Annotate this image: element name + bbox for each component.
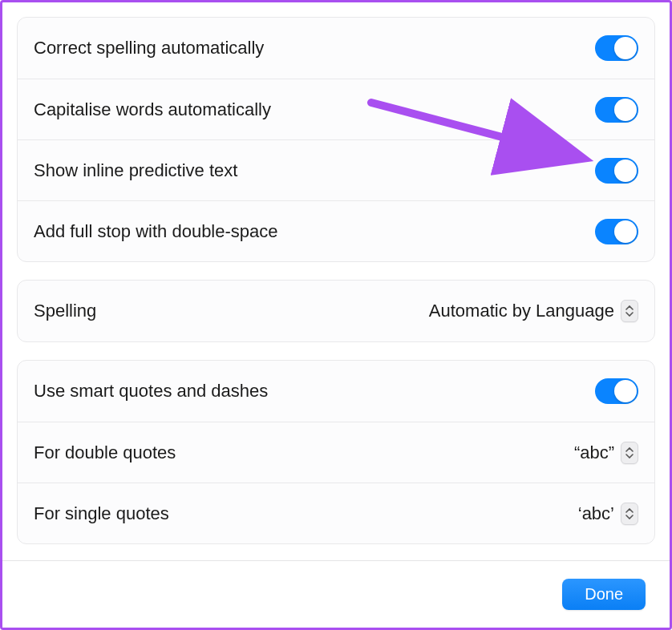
done-button[interactable]: Done <box>562 579 646 610</box>
spelling-label: Spelling <box>34 301 96 321</box>
single-quotes-label: For single quotes <box>34 503 169 524</box>
inline-predictive-label: Show inline predictive text <box>34 160 237 181</box>
row-correct-spelling: Correct spelling automatically <box>18 18 654 79</box>
spelling-select[interactable]: Automatic by Language <box>429 300 638 322</box>
updown-icon <box>621 503 638 525</box>
double-quotes-select[interactable]: “abc” <box>574 442 638 464</box>
quotes-group: Use smart quotes and dashes For double q… <box>17 360 655 544</box>
spelling-value: Automatic by Language <box>429 301 614 321</box>
row-single-quotes: For single quotes ‘abc’ <box>18 483 654 543</box>
capitalise-words-toggle[interactable] <box>595 97 638 123</box>
row-capitalise-words: Capitalise words automatically <box>18 79 654 139</box>
capitalise-words-label: Capitalise words automatically <box>34 99 271 120</box>
row-double-quotes: For double quotes “abc” <box>18 422 654 483</box>
updown-icon <box>621 300 638 322</box>
updown-icon <box>621 442 638 464</box>
smart-quotes-label: Use smart quotes and dashes <box>34 381 268 402</box>
inline-predictive-toggle[interactable] <box>595 158 638 184</box>
typing-options-group: Correct spelling automatically Capitalis… <box>17 17 655 262</box>
correct-spelling-toggle[interactable] <box>595 35 638 61</box>
correct-spelling-label: Correct spelling automatically <box>34 38 264 59</box>
row-smart-quotes: Use smart quotes and dashes <box>18 361 654 422</box>
double-quotes-label: For double quotes <box>34 442 176 463</box>
row-spelling: Spelling Automatic by Language <box>18 281 654 341</box>
settings-panel: Correct spelling automatically Capitalis… <box>2 2 670 576</box>
smart-quotes-toggle[interactable] <box>595 378 638 404</box>
row-full-stop-double-space: Add full stop with double-space <box>18 200 654 261</box>
row-inline-predictive: Show inline predictive text <box>18 139 654 200</box>
full-stop-double-space-label: Add full stop with double-space <box>34 221 278 242</box>
full-stop-double-space-toggle[interactable] <box>595 219 638 244</box>
single-quotes-value: ‘abc’ <box>578 503 614 524</box>
footer: Done <box>2 560 670 628</box>
double-quotes-value: “abc” <box>574 442 614 463</box>
single-quotes-select[interactable]: ‘abc’ <box>578 503 638 525</box>
spelling-group: Spelling Automatic by Language <box>17 280 655 342</box>
